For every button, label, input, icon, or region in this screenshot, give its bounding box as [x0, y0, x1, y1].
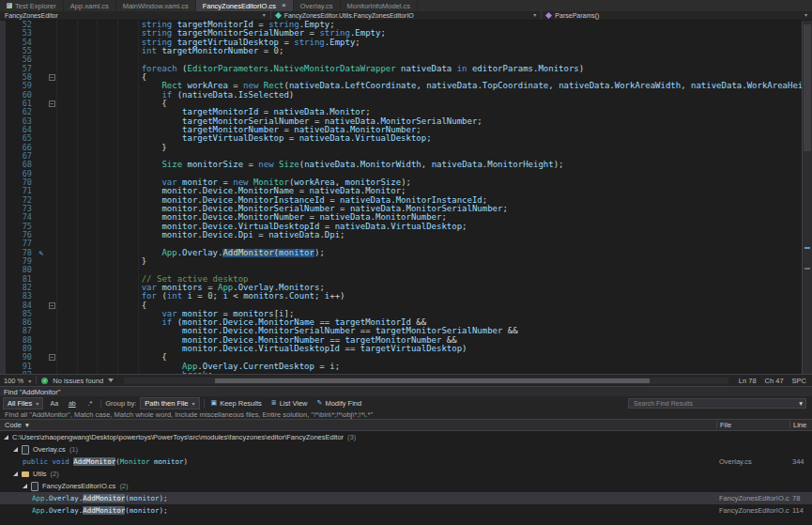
- close-icon[interactable]: ×: [282, 2, 286, 9]
- code-line[interactable]: 86 if (monitor.Device.MonitorName == tar…: [6, 318, 802, 327]
- code-line[interactable]: 61– {: [6, 100, 802, 108]
- scrollbar-thumb[interactable]: [804, 24, 811, 151]
- tab-overlay-cs[interactable]: Overlay.cs: [294, 0, 341, 11]
- glyph-margin: [36, 65, 47, 73]
- code-line[interactable]: 80: [6, 266, 802, 274]
- code-text: monitor.Device.MonitorSerialNumber == ta…: [56, 327, 802, 335]
- fold-toggle-icon[interactable]: –: [49, 100, 55, 107]
- code-line[interactable]: 52 string targetMonitorId = string.Empty…: [6, 21, 802, 29]
- breadcrumb-type-dropdown[interactable]: FancyZonesEditor.Utils.FancyZonesEditorI…: [271, 11, 543, 20]
- tab-monitorinfomodel-cs[interactable]: MonitorInfoModel.cs: [341, 0, 419, 11]
- code-line[interactable]: 64 targetMonitorNumber = nativeData.Moni…: [6, 126, 802, 134]
- whole-word-button[interactable]: ab: [65, 398, 79, 409]
- find-result-row[interactable]: FancyZonesEditorIO.cs(2): [0, 480, 812, 492]
- expander-icon[interactable]: [13, 447, 18, 452]
- column-header-file[interactable]: File: [716, 421, 789, 429]
- horizontal-scrollbar[interactable]: [124, 378, 728, 384]
- tab-fancyzoneseditorio-cs[interactable]: FancyZonesEditorIO.cs×: [196, 0, 294, 11]
- regex-button[interactable]: .*: [83, 398, 97, 409]
- find-result-row[interactable]: public void AddMonitor(Monitor monitor)O…: [0, 456, 812, 468]
- column-header-code[interactable]: Code ▾: [0, 421, 716, 429]
- glyph-margin: ✎: [36, 249, 47, 257]
- code-area[interactable]: 52 string targetMonitorId = string.Empty…: [6, 21, 802, 374]
- code-line[interactable]: 70 var monitor = new Monitor(workArea, m…: [6, 178, 802, 187]
- code-line[interactable]: 63 targetMonitorSerialNumber = nativeDat…: [6, 117, 802, 126]
- code-line[interactable]: 92 break;: [6, 371, 802, 374]
- code-line[interactable]: 74 monitor.Device.MonitorNumber = native…: [6, 213, 802, 222]
- keep-results-button[interactable]: ▣ Keep Results: [208, 398, 265, 409]
- code-line[interactable]: 54 string targetVirtualDesktop = string.…: [6, 39, 802, 47]
- code-line[interactable]: 59 Rect workArea = new Rect(nativeData.L…: [6, 82, 802, 90]
- find-result-row[interactable]: Overlay.cs(1): [0, 443, 812, 456]
- modify-find-button[interactable]: ✎ Modify Find: [314, 398, 365, 409]
- match-case-button[interactable]: Aa: [47, 398, 61, 409]
- zoom-control[interactable]: 100 %: [4, 377, 23, 385]
- column-header-line[interactable]: Line: [789, 421, 812, 429]
- code-line[interactable]: 90– {: [6, 353, 802, 362]
- filter-icon[interactable]: [108, 378, 114, 382]
- expander-icon[interactable]: [4, 435, 8, 440]
- code-line[interactable]: 57 foreach (EditorParameters.NativeMonit…: [6, 65, 802, 73]
- code-line[interactable]: 67: [6, 152, 802, 161]
- expander-icon[interactable]: [23, 484, 27, 488]
- code-line[interactable]: 58– {: [6, 73, 802, 82]
- code-line[interactable]: 87 monitor.Device.MonitorSerialNumber ==…: [6, 327, 802, 335]
- code-line[interactable]: 75 monitor.Device.VirtualDesktopId = nat…: [6, 223, 802, 231]
- group-by-dropdown[interactable]: Path then File ▾: [140, 397, 199, 409]
- column-indicator: Ch 47: [765, 377, 784, 385]
- code-line[interactable]: 66 }: [6, 144, 802, 152]
- code-line[interactable]: 85 var monitor = monitors[i];: [6, 310, 802, 318]
- expander-icon[interactable]: [13, 471, 18, 476]
- caret-info: Ln 78 Ch 47 SPC: [739, 377, 806, 385]
- code-line[interactable]: 55 int targetMonitorNumber = 0;: [6, 47, 802, 55]
- code-line[interactable]: 62 targetMonitorId = nativeData.Monitor;: [6, 108, 802, 116]
- find-result-row[interactable]: App.Overlay.AddMonitor(monitor);FancyZon…: [0, 504, 812, 517]
- code-line[interactable]: 69: [6, 170, 802, 178]
- code-line[interactable]: 68 Size monitorSize = new Size(nativeDat…: [6, 161, 802, 169]
- health-status-label[interactable]: No issues found: [53, 377, 103, 385]
- code-line[interactable]: 73 monitor.Device.MonitorSerialNumber = …: [6, 205, 802, 213]
- tab-mainwindow-xaml-cs[interactable]: MainWindow.xaml.cs: [116, 0, 196, 11]
- code-line[interactable]: 91 App.Overlay.CurrentDesktop = i;: [6, 363, 802, 371]
- fold-toggle-icon[interactable]: –: [49, 74, 55, 81]
- fold-toggle-icon[interactable]: –: [49, 354, 55, 361]
- code-line[interactable]: 56: [6, 55, 802, 64]
- scrollbar-thumb[interactable]: [215, 378, 650, 383]
- code-line[interactable]: 78✎ App.Overlay.AddMonitor(monitor);: [6, 249, 802, 257]
- find-result-row[interactable]: C:\Users\zhaopengwang\Desktop\powertoys\…: [0, 431, 812, 443]
- list-view-button[interactable]: ≣ List View: [268, 398, 311, 409]
- result-file: FancyZonesEditorIO.cs: [716, 506, 789, 515]
- glyph-margin: [36, 205, 47, 213]
- code-editor[interactable]: 52 string targetMonitorId = string.Empty…: [0, 21, 812, 374]
- vertical-scrollbar[interactable]: [802, 21, 812, 374]
- code-line[interactable]: 88 monitor.Device.MonitorNumber == targe…: [6, 336, 802, 345]
- chevron-down-icon: ▾: [533, 11, 536, 20]
- code-text: monitor.Device.MonitorNumber = nativeDat…: [56, 213, 802, 222]
- fold-margin: [47, 134, 56, 143]
- code-line[interactable]: 79 }: [6, 257, 802, 266]
- find-result-row[interactable]: Utils(2): [0, 468, 812, 480]
- search-find-results-input[interactable]: [632, 399, 799, 408]
- search-find-results-box[interactable]: ▾: [628, 398, 806, 409]
- code-line[interactable]: 84– {: [6, 301, 802, 310]
- fold-toggle-icon[interactable]: –: [49, 302, 55, 309]
- code-line[interactable]: 60 if (nativeData.IsSelected): [6, 91, 802, 100]
- code-text: monitor.Device.VirtualDesktopId == targe…: [56, 345, 802, 353]
- code-line[interactable]: 72 monitor.Device.MonitorInstanceId = na…: [6, 196, 802, 205]
- find-result-row[interactable]: App.Overlay.AddMonitor(monitor);FancyZon…: [0, 492, 812, 504]
- tab-app-xaml-cs[interactable]: App.xaml.cs: [64, 0, 116, 11]
- tab-test-explorer[interactable]: Test Explorer: [0, 0, 64, 11]
- code-line[interactable]: 81 // Set active desktop: [6, 275, 802, 284]
- code-line[interactable]: 77: [6, 239, 802, 248]
- breadcrumb-project-dropdown[interactable]: FancyZonesEditor ▾: [0, 11, 271, 20]
- code-line[interactable]: 89 monitor.Device.VirtualDesktopId == ta…: [6, 345, 802, 353]
- breadcrumb-member-dropdown[interactable]: ParseParams() ▾: [542, 11, 812, 20]
- code-line[interactable]: 71 monitor.Device.MonitorName = nativeDa…: [6, 187, 802, 195]
- code-line[interactable]: 65 targetVirtualDesktop = nativeData.Vir…: [6, 134, 802, 143]
- code-line[interactable]: 83 for (int i = 0; i < monitors.Count; i…: [6, 292, 802, 301]
- code-line[interactable]: 82 var monitors = App.Overlay.Monitors;: [6, 284, 802, 292]
- code-line[interactable]: 53 string targetMonitorSerialNumber = st…: [6, 29, 802, 38]
- scope-dropdown[interactable]: All Files ▾: [3, 397, 43, 409]
- code-line[interactable]: 76 monitor.Device.Dpi = nativeData.Dpi;: [6, 231, 802, 239]
- fold-margin: [47, 178, 56, 187]
